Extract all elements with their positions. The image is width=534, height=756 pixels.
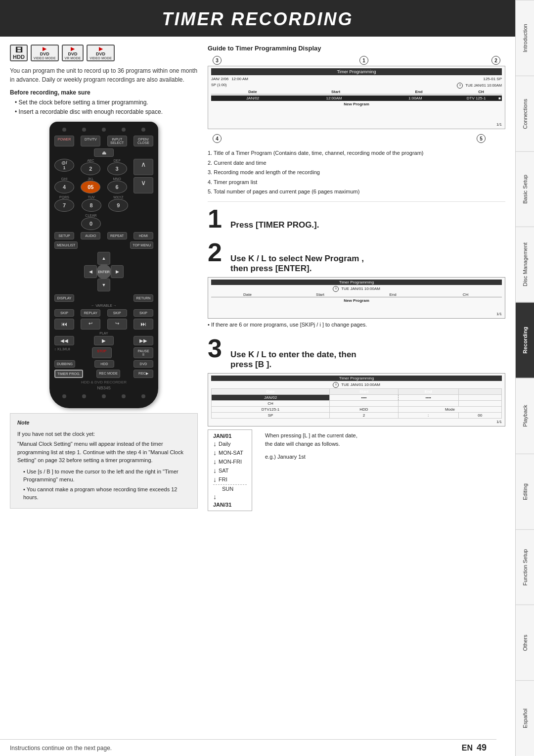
hdd-btn[interactable]: HDD	[94, 360, 114, 368]
num-7-btn[interactable]: 7	[54, 199, 74, 212]
rew2-btn[interactable]: ◀◀	[54, 336, 74, 345]
skip2-btn[interactable]: SKIP	[134, 309, 153, 317]
power-btn[interactable]: POWER	[54, 136, 74, 146]
dvd-btn[interactable]: DVD	[134, 360, 153, 368]
pause-btn[interactable]: PAUSEII	[134, 347, 153, 358]
num-4-btn[interactable]: 4	[54, 181, 74, 193]
audio-btn[interactable]: AUDIO	[81, 232, 100, 239]
label-4: 4	[213, 134, 222, 143]
num-0-btn[interactable]: 0	[81, 217, 101, 230]
skip-fwd-btn[interactable]: SKIP	[107, 309, 127, 317]
replay-btn[interactable]: REPLAY	[81, 309, 100, 317]
date-scroll-list: JAN/01 ↓Daily ↓MON-SAT ↓MON-FRI ↓SAT	[208, 429, 252, 511]
main-content: TIMER RECORDING 🎞 HDD ▶ DVD VIDEO MODE ▶…	[0, 0, 515, 756]
ch-down-btn[interactable]: ∨	[134, 177, 153, 193]
remote-model: NB345	[54, 385, 153, 390]
sidebar-tab-playback[interactable]: Playback	[516, 378, 534, 454]
step2-clock-icon	[333, 286, 339, 292]
step-1-instruction: Press [TIMER PROG.].	[230, 220, 319, 230]
hdmi-btn[interactable]: HDMI	[134, 232, 153, 239]
page-title: TIMER RECORDING	[0, 0, 515, 37]
down-btn[interactable]: ▼	[97, 279, 110, 291]
rec-mode-btn[interactable]: REC MODE	[96, 370, 120, 378]
rew-btn[interactable]: ↩	[81, 319, 100, 330]
enter-btn[interactable]: ENTER	[96, 264, 111, 279]
step-1-number: 1	[208, 206, 225, 232]
sidebar-tab-editing[interactable]: Editing	[516, 454, 534, 529]
dvd-video-icon-1: ▶ DVD VIDEO MODE	[31, 45, 59, 61]
guide-item-2: 2. Current date and time	[208, 159, 505, 168]
step-3-number: 3	[208, 335, 225, 361]
sidebar-tab-introduction[interactable]: Introduction	[516, 0, 534, 76]
sidebar-tab-disc-management[interactable]: Disc Management	[516, 227, 534, 302]
timer-prog-btn[interactable]: TIMER PROG.	[54, 370, 83, 378]
dubbing-btn[interactable]: DUBBING	[54, 360, 75, 368]
setup-btn[interactable]: SETUP	[54, 232, 74, 239]
menu-list-btn[interactable]: MENU/LIST	[54, 241, 78, 249]
date-scroll-area: JAN/01 ↓Daily ↓MON-SAT ↓MON-FRI ↓SAT	[208, 429, 505, 511]
num-9-btn[interactable]: 9	[108, 199, 128, 212]
rec-btn[interactable]: REC▶	[134, 370, 153, 378]
sidebar-tab-espanol[interactable]: Español	[516, 680, 534, 756]
step-2-note: • If there are 6 or more programs, use […	[208, 322, 505, 328]
note-title: Note	[17, 419, 190, 427]
stop-btn[interactable]: STOP	[92, 347, 112, 358]
sidebar-tab-function-setup[interactable]: Function Setup	[516, 529, 534, 605]
return-btn[interactable]: RETURN	[134, 294, 153, 302]
when-pressing-text: When pressing [L ] at the current date, …	[265, 431, 364, 511]
td-header: Date Start End CH	[211, 90, 502, 94]
note-bullet-1: Use [s / B ] to move the cursor to the l…	[23, 468, 190, 484]
top-menu-btn[interactable]: TOP MENU	[130, 241, 153, 249]
remote-wrapper: POWER DTV/TV INPUTSELECT OPEN/CLOSE ⏏ @/…	[10, 122, 198, 408]
timer-prog-display: Timer Programming JAN/ 2/06 12:00 AM 125…	[208, 66, 505, 129]
sidebar: Introduction Connections Basic Setup Dis…	[515, 0, 534, 756]
sidebar-tab-basic-setup[interactable]: Basic Setup	[516, 151, 534, 227]
prev-btn[interactable]: ⏮	[54, 319, 74, 330]
sidebar-tab-others[interactable]: Others	[516, 605, 534, 680]
step-1: 1 Press [TIMER PROG.].	[208, 206, 505, 232]
next-btn[interactable]: ⏭	[134, 319, 153, 330]
eject-btn[interactable]: ⏏	[94, 148, 114, 157]
ch-up-btn[interactable]: ∧	[134, 159, 153, 175]
left-btn[interactable]: ◀	[84, 265, 97, 278]
step3-clock-icon	[333, 382, 339, 388]
d-pad: ▲ ◀ ENTER ▶ ▼	[84, 252, 124, 291]
num-5-btn[interactable]: 05	[81, 181, 100, 193]
input-select-btn[interactable]: INPUTSELECT	[107, 136, 127, 146]
page-num-value: 49	[477, 743, 487, 753]
fwd-btn[interactable]: ↪	[107, 319, 127, 330]
display-btn[interactable]: DISPLAY	[54, 294, 74, 302]
note-bullets: Use [s / B ] to move the cursor to the l…	[23, 468, 190, 502]
num-3-btn[interactable]: 3	[107, 162, 127, 175]
step-2-number: 2	[208, 239, 225, 265]
remote-brand: HDD & DVD RECORDER	[54, 380, 153, 384]
en-label: EN	[462, 744, 473, 753]
guide-item-5: 5. Total number of pages and current pag…	[208, 188, 505, 196]
dvd-vr-icon: ▶ DVD VR MODE	[62, 45, 84, 61]
sidebar-tab-recording[interactable]: Recording	[516, 302, 534, 378]
repeat-btn[interactable]: REPEAT	[107, 232, 127, 239]
label-5: 5	[477, 134, 486, 143]
up-btn[interactable]: ▲	[97, 252, 110, 265]
skip-back-btn[interactable]: SKIP	[54, 309, 74, 317]
open-close-btn[interactable]: OPEN/CLOSE	[134, 136, 153, 146]
num-2-btn[interactable]: 2	[81, 162, 100, 175]
bullet-list: Set the clock before setting a timer pro…	[15, 98, 198, 117]
dtv-tv-btn[interactable]: DTV/TV	[81, 136, 100, 146]
step-2-instruction: Use K / L to select New Program ,then pr…	[230, 254, 364, 274]
right-btn[interactable]: ▶	[111, 265, 124, 278]
at-btn[interactable]: @/1	[54, 159, 74, 172]
note-bullet-2: You cannot make a program whose recordin…	[23, 485, 190, 502]
bullet-1: Set the clock before setting a timer pro…	[15, 98, 198, 107]
num-8-btn[interactable]: 8	[82, 199, 101, 212]
num-6-btn[interactable]: 6	[107, 181, 127, 193]
step-3-header: 3 Use K / L to enter the date, thenpress…	[208, 335, 505, 370]
play-btn[interactable]: ▶	[94, 336, 114, 345]
sidebar-tab-connections[interactable]: Connections	[516, 76, 534, 151]
continue-text: Instructions continue on the next page.	[10, 745, 112, 752]
ffd2-btn[interactable]: ▶▶	[134, 336, 153, 345]
device-icons: 🎞 HDD ▶ DVD VIDEO MODE ▶ DVD VR MODE ▶ D…	[10, 45, 198, 61]
guide-item-1: 1. Title of a Timer Program (Contains da…	[208, 149, 505, 158]
page-indicator: 1/1	[211, 122, 502, 127]
step-2: 2 Use K / L to select New Program ,then …	[208, 239, 505, 328]
